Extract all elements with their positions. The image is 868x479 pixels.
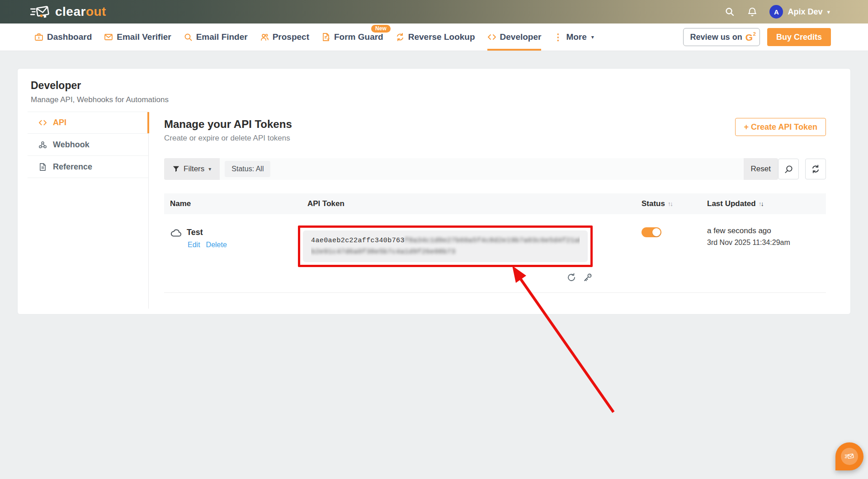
nav-item-form-guard[interactable]: New Form Guard (321, 23, 383, 51)
buy-credits-button[interactable]: Buy Credits (767, 28, 831, 46)
regenerate-token-icon[interactable] (566, 272, 576, 282)
nav-item-reverse-lookup[interactable]: Reverse Lookup (396, 23, 475, 51)
nav-item-prospect[interactable]: Prospect (260, 23, 309, 51)
status-toggle[interactable] (642, 227, 661, 237)
sidebar-item-webhook[interactable]: Webhook (28, 134, 148, 156)
vertical-dots-icon: ⋮ (553, 33, 562, 42)
nav-item-more[interactable]: ⋮ More ▾ (553, 23, 594, 51)
nav-item-dashboard[interactable]: Dashboard (34, 23, 92, 51)
new-badge: New (371, 25, 391, 33)
column-api-token: API Token (302, 199, 636, 208)
section-title: Manage your API Tokens (164, 118, 292, 131)
table-header: Name API Token Status ↑↓ Last Updated ↑↓ (164, 193, 826, 214)
redacted-token-segment: b2e91c47d6a0f38e5b7c4a1d9f26e08b73 (311, 248, 456, 256)
create-api-token-button[interactable]: + Create API Token (735, 118, 826, 136)
form-guard-icon (321, 33, 330, 42)
envelope-logo-icon (30, 5, 51, 19)
review-us-button[interactable]: Review us on G2 (683, 28, 760, 46)
search-tokens-button[interactable] (778, 159, 799, 179)
webhook-icon (38, 141, 47, 149)
magnifier-icon (184, 33, 193, 42)
g2-logo-icon: G2 (745, 33, 753, 42)
nav-item-email-verifier[interactable]: Email Verifier (104, 23, 171, 51)
key-icon[interactable] (583, 272, 593, 282)
api-token-value[interactable]: 4ae0aeb2c22affc340b763f8a34c1d9e27b60a5f… (303, 230, 588, 262)
cloud-icon (170, 228, 182, 237)
chevron-down-icon: ▾ (827, 9, 830, 15)
clearout-logo[interactable]: clearout (30, 5, 106, 19)
nav-item-email-finder[interactable]: Email Finder (184, 23, 248, 51)
refresh-list-button[interactable] (805, 159, 826, 179)
user-menu[interactable]: A Apix Dev ▾ (769, 5, 830, 19)
sidebar-item-api[interactable]: API (28, 112, 148, 134)
sort-icons: ↑↓ (759, 200, 763, 207)
column-name: Name (164, 199, 302, 208)
delete-link[interactable]: Delete (206, 241, 227, 249)
document-icon (38, 163, 47, 171)
chevron-down-icon: ▾ (591, 34, 594, 40)
avatar: A (769, 5, 783, 19)
page-subtitle: Manage API, Webhooks for Automations (31, 95, 837, 104)
primary-nav: Dashboard Email Verifier Email Finder (0, 23, 868, 51)
table-row: Test Edit Delete 4ae0aeb2c22affc340b763f… (164, 214, 826, 293)
envelope-icon (104, 33, 113, 42)
reset-filters-button[interactable]: Reset (744, 158, 778, 180)
token-name: Test (187, 228, 203, 237)
code-icon (38, 118, 47, 127)
edit-link[interactable]: Edit (188, 241, 200, 249)
chevron-down-icon: ▾ (208, 166, 211, 172)
brand-wordmark: clearout (55, 5, 106, 19)
updated-relative: a few seconds ago (707, 226, 826, 235)
briefcase-icon (34, 33, 43, 42)
annotation-highlight-box: 4ae0aeb2c22affc340b763f8a34c1d9e27b60a5f… (298, 225, 593, 267)
nav-item-developer[interactable]: Developer (487, 23, 542, 51)
redacted-token-segment: f8a34c1d9e27b60a5f4c8d2e19b7a03c6e5d4f21… (405, 237, 580, 244)
page-title: Developer (31, 80, 837, 92)
topbar: clearout A Apix Dev ▾ (0, 0, 868, 23)
code-icon (487, 33, 496, 42)
chat-envelope-icon (841, 448, 858, 465)
sync-arrows-icon (396, 33, 405, 42)
funnel-icon (173, 166, 179, 173)
sort-icons: ↑↓ (668, 200, 672, 207)
updated-timestamp: 3rd Nov 2025 11:34:29am (707, 239, 826, 247)
filters-toolbar: Filters ▾ Status: All Reset (164, 158, 826, 180)
refresh-icon (811, 164, 820, 174)
api-tokens-table: Name API Token Status ↑↓ Last Updated ↑↓ (164, 193, 826, 293)
magnifier-icon (784, 164, 793, 174)
column-last-updated[interactable]: Last Updated ↑↓ (701, 199, 826, 208)
developer-card: Developer Manage API, Webhooks for Autom… (17, 68, 851, 315)
search-icon[interactable] (724, 6, 735, 17)
chat-launcher-button[interactable] (835, 442, 863, 470)
column-status[interactable]: Status ↑↓ (636, 199, 701, 208)
filters-dropdown[interactable]: Filters ▾ (164, 158, 220, 180)
sidebar-item-reference[interactable]: Reference (28, 156, 148, 178)
notifications-bell-icon[interactable] (747, 6, 758, 17)
section-subtitle: Create or expire or delete API tokens (164, 134, 292, 143)
status-filter-chip[interactable]: Status: All (225, 161, 270, 177)
people-icon (260, 33, 269, 42)
developer-sidebar: API Webhook Reference (28, 112, 149, 309)
user-name: Apix Dev (788, 7, 822, 17)
